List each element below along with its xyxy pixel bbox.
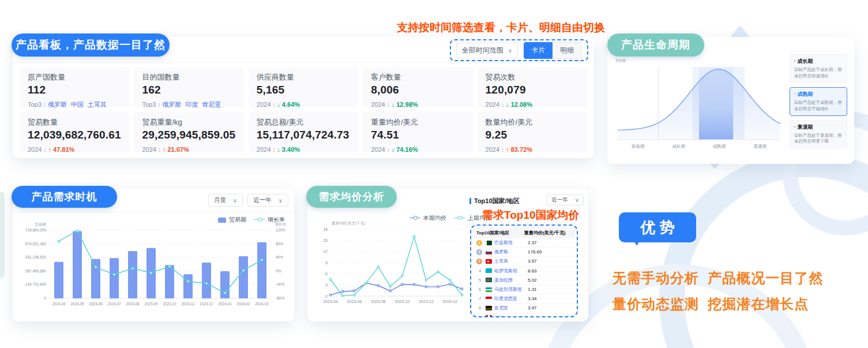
country-link[interactable]: 俄罗斯: [494, 249, 528, 255]
frequency-select[interactable]: 月度: [208, 194, 243, 207]
time-range-value: 全部时间范围: [462, 46, 503, 55]
svg-text:2023-06: 2023-06: [347, 300, 362, 304]
svg-text:2023-11: 2023-11: [182, 302, 195, 306]
column-header-price: 重量均价(美元/千克): [524, 230, 572, 236]
lifecycle-stage-card[interactable]: · 成熟期目标产品处于成熟期，整体趋势呈平稳增长: [790, 87, 847, 116]
svg-text:2023-08: 2023-08: [371, 300, 386, 304]
svg-text:2023-09: 2023-09: [144, 302, 158, 306]
table-row[interactable]: 2俄罗斯176.65: [473, 248, 575, 257]
advantage-badge: 优势: [619, 212, 696, 242]
chevron-down-icon: [508, 46, 512, 54]
metric-card: 贸易总额/美元15,117,074,724.732024：↓ 3.40%: [249, 112, 358, 152]
metric-label: 客户数量: [371, 72, 464, 83]
table-row[interactable]: 1巴基斯坦2.37: [473, 238, 575, 248]
metric-card: 贸易数量12,039,682,760.612024：↑ 47.81%: [20, 112, 129, 152]
avg-price-value: 3.34: [528, 296, 572, 301]
svg-text:2023-07: 2023-07: [107, 302, 121, 306]
range-select[interactable]: 近一年: [247, 194, 288, 207]
annotation-filter-switch: 支持按时间筛选查看，卡片、明细自由切换: [397, 20, 605, 35]
country-link[interactable]: 土耳其: [494, 258, 528, 264]
table-range-select[interactable]: 近一年: [547, 194, 584, 205]
country-link[interactable]: 乌兹别克斯坦: [494, 286, 528, 293]
metric-value: 112: [28, 84, 121, 96]
country-link[interactable]: 秘鲁: [494, 315, 528, 317]
metric-label: 贸易数量: [28, 117, 121, 128]
top3-country-link[interactable]: 俄罗斯: [48, 101, 67, 107]
metric-label: 贸易重量/kg: [142, 117, 235, 128]
yoy-change-value: ↓ 12.98%: [392, 101, 418, 107]
metric-label: 贸易总额/美元: [257, 117, 350, 128]
svg-text:40%: 40%: [276, 255, 283, 259]
metric-value: 9.25: [486, 129, 579, 141]
yoy-change-value: ↓ 4.64%: [277, 101, 300, 107]
time-range-select[interactable]: 全部时间范围: [456, 43, 518, 58]
yoy-change-value: ↑ 83.72%: [506, 146, 532, 152]
metric-sub: 2024：↓ 12.98%: [371, 100, 464, 107]
top3-country-link[interactable]: 俄罗斯: [162, 101, 181, 107]
table-row[interactable]: 4哈萨克斯坦8.63: [473, 267, 575, 276]
svg-text:增长率: 增长率: [275, 222, 287, 227]
metric-sub: 2024：↑ 21.07%: [142, 145, 235, 152]
avg-price-value: 2.37: [528, 240, 572, 245]
rank-medal-icon: 2: [476, 249, 482, 255]
svg-text:3: 3: [325, 283, 328, 287]
avg-price-value: 1.31: [528, 287, 572, 292]
lifecycle-stage-card[interactable]: · 衰退期目标产品处于衰退期，整体趋势呈明显下降: [790, 120, 847, 149]
top3-country-link[interactable]: 印度: [185, 101, 198, 107]
metric-value: 12,039,682,760.61: [28, 129, 121, 141]
svg-text:贸易额: 贸易额: [35, 222, 47, 227]
card-view-button[interactable]: 卡片: [524, 42, 553, 59]
svg-text:9: 9: [325, 261, 328, 265]
metric-sub-prefix: 2024：: [371, 101, 391, 107]
metric-sub: 2024：↓ 3.40%: [257, 145, 350, 152]
metric-label: 原产国数量: [28, 72, 121, 83]
table-row[interactable]: 3土耳其3.57: [473, 257, 575, 266]
table-row[interactable]: 8肯尼亚3.97: [473, 304, 575, 313]
chevron-down-icon: [279, 197, 283, 204]
top3-country-link[interactable]: 肯尼亚: [202, 101, 221, 107]
top3-country-link[interactable]: 中国: [71, 101, 84, 107]
table-row[interactable]: 7印度尼西亚3.34: [473, 294, 575, 304]
metric-sub: 2024：↓ 4.64%: [257, 100, 350, 107]
country-link[interactable]: 肯尼亚: [494, 305, 528, 311]
yoy-change-value: ↓ 12.08%: [506, 101, 532, 107]
detail-view-button[interactable]: 明细: [553, 42, 582, 59]
chevron-down-icon: [575, 197, 579, 203]
country-link[interactable]: 印度尼西亚: [494, 295, 528, 302]
svg-text:431,198,520: 431,198,520: [25, 255, 47, 259]
lifecycle-chart: 贸易额探索期成长期成熟期衰退期: [613, 55, 785, 159]
avg-price-value: 3.57: [528, 259, 572, 264]
stage-title: · 成熟期: [794, 91, 843, 98]
price-trend-chart: 重量均价(美元/千克)03691215182023-042023-062023-…: [312, 220, 469, 319]
country-flag-icon: [486, 259, 492, 264]
section-title-text: Top10国家/地区: [474, 197, 520, 205]
country-link[interactable]: 巴基斯坦: [494, 240, 528, 246]
metric-value: 15,117,074,724.73: [257, 129, 350, 141]
demand-timing-panel: 月度 近一年 贸易额 增长率 贸易额增长率0-80%143,732,840-40…: [13, 189, 294, 321]
metric-card: 数量均价/美元9.252024：↑ 83.72%: [478, 112, 587, 152]
metric-sub-prefix: 2024：: [257, 101, 277, 107]
metric-card: 贸易重量/kg29,259,945,859.052024：↑ 21.07%: [134, 112, 243, 152]
metric-label: 目的国数量: [142, 72, 235, 83]
svg-text:574,931,360: 574,931,360: [25, 242, 47, 246]
country-link[interactable]: 孟加拉国: [494, 277, 528, 283]
metric-label: 重量均价/美元: [371, 117, 464, 128]
svg-text:80%: 80%: [276, 242, 283, 246]
table-row[interactable]: 5孟加拉国5.02: [473, 276, 575, 285]
svg-text:12: 12: [323, 249, 328, 253]
chart-filters: 月度 近一年: [208, 194, 288, 207]
metric-card: 目的国数量162Top3：俄罗斯印度肯尼亚: [134, 67, 243, 107]
lifecycle-stage-card[interactable]: · 成长期目标产品处于成长期，整体趋势呈快速增长: [790, 54, 847, 83]
avg-price-value: 60.55: [528, 315, 572, 317]
yoy-change-value: ↓ 74.16%: [392, 146, 418, 152]
svg-text:成熟期: 成熟期: [713, 144, 726, 149]
country-flag-icon: [486, 241, 492, 245]
rank-number: 7: [476, 296, 483, 301]
country-link[interactable]: 哈萨克斯坦: [494, 268, 528, 274]
top3-country-link[interactable]: 土耳其: [88, 101, 107, 107]
chevron-down-icon: [233, 197, 237, 204]
metric-sub-prefix: 2024：: [486, 146, 506, 152]
table-row[interactable]: 6乌兹别克斯坦1.31: [473, 285, 575, 294]
svg-text:2024-02: 2024-02: [442, 300, 457, 304]
table-row[interactable]: 9秘鲁60.55: [473, 313, 575, 318]
